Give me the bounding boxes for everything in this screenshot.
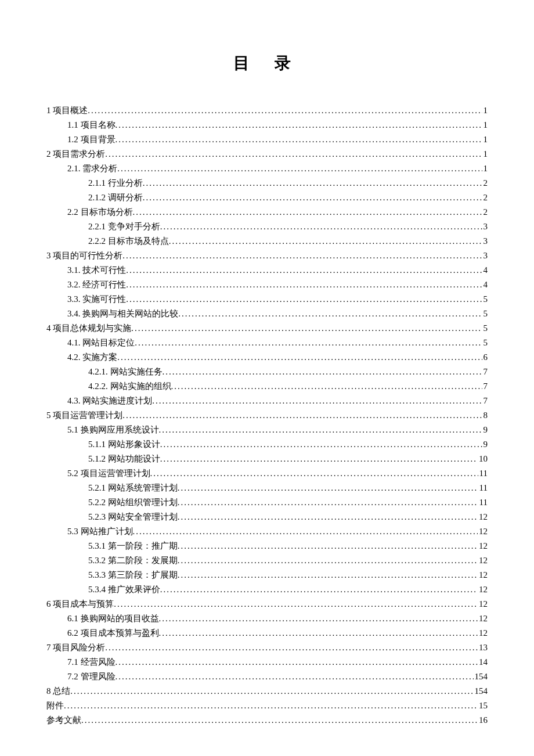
toc-dots: [178, 481, 478, 495]
toc-entry[interactable]: 7 项目风险分析13: [46, 640, 488, 654]
toc-entry-label: 5.2.1 网站系统管理计划: [88, 481, 178, 495]
toc-entry-page: 10: [478, 452, 488, 466]
toc-entry[interactable]: 5.3.4 推广效果评价12: [46, 582, 488, 596]
toc-dots: [122, 408, 482, 422]
toc-entry[interactable]: 6.1 换购网站的项目收益12: [46, 611, 488, 625]
toc-entry[interactable]: 2.1.1 行业分析2: [46, 176, 488, 190]
toc-entry-page: 11: [478, 481, 488, 495]
toc-entry[interactable]: 5.1.1 网站形象设计9: [46, 437, 488, 451]
toc-entry[interactable]: 5.2.3 网站安全管理计划12: [46, 510, 488, 524]
toc-entry-page: 12: [478, 568, 488, 582]
toc-entry[interactable]: 5.2 项目运营管理计划11: [46, 466, 488, 480]
toc-dots: [150, 466, 478, 480]
toc-entry-page: 11: [478, 495, 488, 509]
toc-entry-page: 2: [482, 190, 488, 204]
toc-entry[interactable]: 参考文献16: [46, 713, 488, 727]
toc-dots: [126, 263, 482, 277]
toc-entry-page: 11: [478, 466, 488, 480]
toc-entry[interactable]: 4.3. 网站实施进度计划7: [46, 394, 488, 408]
toc-entry[interactable]: 4 项目总体规划与实施5: [46, 321, 488, 335]
toc-entry-label: 5.1 换购网应用系统设计: [67, 423, 159, 437]
toc-dots: [64, 699, 478, 712]
toc-dots: [178, 495, 478, 509]
toc-entry[interactable]: 2.1.2 调研分析2: [46, 190, 488, 204]
toc-dots: [159, 611, 478, 625]
toc-entry-page: 16: [478, 713, 488, 727]
toc-dots: [143, 190, 482, 204]
toc-dots: [131, 321, 482, 335]
toc-entry-page: 4: [482, 278, 488, 291]
toc-entry-label: 3.2. 经济可行性: [67, 278, 126, 291]
toc-entry[interactable]: 5 项目运营管理计划8: [46, 408, 488, 422]
toc-entry-label: 4 项目总体规划与实施: [46, 321, 131, 335]
toc-dots: [178, 568, 478, 582]
toc-dots: [178, 553, 478, 567]
toc-title: 目 录: [46, 52, 488, 74]
toc-entry-label: 5.3.1 第一阶段：推广期: [88, 539, 178, 553]
toc-entry-page: 12: [478, 553, 488, 567]
toc-entry-label: 4.3. 网站实施进度计划: [67, 394, 152, 408]
toc-dots: [105, 147, 482, 161]
toc-entry[interactable]: 4.1. 网站目标定位5: [46, 336, 488, 350]
toc-entry[interactable]: 4.2.2. 网站实施的组织7: [46, 379, 488, 393]
toc-entry[interactable]: 5.2.1 网站系统管理计划11: [46, 481, 488, 495]
toc-entry[interactable]: 附件15: [46, 699, 488, 712]
toc-dots: [160, 582, 478, 596]
toc-entry[interactable]: 5.3.2 第二阶段：发展期12: [46, 553, 488, 567]
toc-entry-label: 4.2.2. 网站实施的组织: [88, 379, 171, 393]
toc-entry[interactable]: 5.2.2 网站组织管理计划11: [46, 495, 488, 509]
toc-dots: [70, 684, 473, 698]
toc-entry-label: 4.2. 实施方案: [67, 350, 117, 364]
toc-entry[interactable]: 3 项目的可行性分析3: [46, 249, 488, 262]
toc-entry-label: 附件: [46, 699, 64, 712]
toc-entry-page: 13: [478, 640, 488, 654]
toc-entry-page: 9: [482, 437, 488, 451]
toc-entry-page: 3: [482, 219, 488, 233]
toc-entry-label: 6.1 换购网站的项目收益: [67, 611, 159, 625]
toc-entry[interactable]: 8 总结154: [46, 684, 488, 698]
toc-entry[interactable]: 3.3. 实施可行性5: [46, 292, 488, 306]
toc-entry[interactable]: 2.2.2 目标市场及特点3: [46, 234, 488, 248]
toc-entry[interactable]: 5.1 换购网应用系统设计9: [46, 423, 488, 437]
toc-entry[interactable]: 5.3.3 第三阶段：扩展期12: [46, 568, 488, 582]
toc-entry[interactable]: 5.1.2 网站功能设计10: [46, 452, 488, 466]
toc-entry[interactable]: 2.2 目标市场分析2: [46, 205, 488, 219]
toc-dots: [133, 205, 482, 219]
toc-entry[interactable]: 2 项目需求分析1: [46, 147, 488, 161]
toc-entry-page: 5: [482, 321, 488, 335]
toc-entry[interactable]: 4.2. 实施方案6: [46, 350, 488, 364]
toc-entry-label: 7.2 管理风险: [67, 669, 116, 683]
toc-entry[interactable]: 3.1. 技术可行性4: [46, 263, 488, 277]
toc-entry-label: 2.2.2 目标市场及特点: [88, 234, 169, 248]
toc-dots: [81, 713, 478, 727]
toc-dots: [122, 249, 482, 262]
toc-entry[interactable]: 1.2 项目背景1: [46, 132, 488, 146]
toc-entry[interactable]: 5.3.1 第一阶段：推广期12: [46, 539, 488, 553]
toc-entry[interactable]: 7.1 经营风险14: [46, 655, 488, 669]
toc-entry-label: 5.2.2 网站组织管理计划: [88, 495, 178, 509]
toc-entry[interactable]: 3.2. 经济可行性4: [46, 278, 488, 291]
toc-entry-page: 5: [482, 292, 488, 306]
toc-entry-label: 3.4. 换购网与相关网站的比较: [67, 307, 178, 321]
toc-entry[interactable]: 5.3 网站推广计划12: [46, 524, 488, 538]
toc-dots: [171, 379, 482, 393]
toc-entry[interactable]: 1 项目概述1: [46, 103, 488, 117]
toc-entry[interactable]: 1.1 项目名称1: [46, 118, 488, 132]
toc-entry[interactable]: 2.2.1 竞争对手分析3: [46, 219, 488, 233]
toc-entry[interactable]: 4.2.1. 网站实施任务7: [46, 365, 488, 379]
toc-entry[interactable]: 6 项目成本与预算12: [46, 597, 488, 611]
toc-entry[interactable]: 6.2 项目成本预算与盈利12: [46, 626, 488, 640]
toc-entry-label: 1.1 项目名称: [67, 118, 116, 132]
toc-entry-label: 5.1.1 网站形象设计: [88, 437, 160, 451]
toc-entry-page: 9: [482, 423, 488, 437]
toc-entry-page: 15: [478, 699, 488, 712]
toc-entry-label: 5.2 项目运营管理计划: [67, 466, 150, 480]
toc-entry[interactable]: 3.4. 换购网与相关网站的比较5: [46, 307, 488, 321]
toc-entry-label: 7 项目风险分析: [46, 640, 105, 654]
toc-entry-page: 12: [478, 597, 488, 611]
toc-entry[interactable]: 7.2 管理风险154: [46, 669, 488, 683]
toc-entry-label: 7.1 经营风险: [67, 655, 116, 669]
toc-entry-page: 7: [482, 365, 488, 379]
toc-entry[interactable]: 2.1. 需求分析1: [46, 161, 488, 175]
toc-dots: [160, 452, 478, 466]
